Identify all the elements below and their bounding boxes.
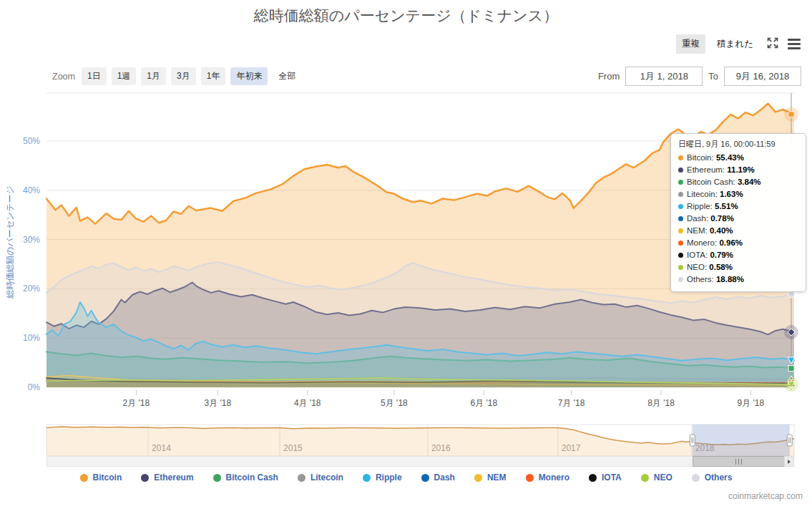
series-color-dot bbox=[678, 277, 683, 282]
tooltip-value: 0.79% bbox=[710, 251, 733, 259]
series-color-dot bbox=[678, 204, 683, 209]
series-color-dot bbox=[678, 180, 683, 185]
tooltip-row: Bitcoin: 55.43% bbox=[678, 152, 798, 164]
navigator-selection[interactable] bbox=[693, 425, 790, 456]
legend-item-ethereum[interactable]: Ethereum bbox=[141, 472, 193, 483]
legend-item-bitcoin[interactable]: Bitcoin bbox=[80, 472, 122, 483]
series-color-dot bbox=[678, 216, 683, 221]
scrollbar-track[interactable] bbox=[47, 456, 794, 467]
y-tick-label: 50% bbox=[23, 136, 40, 146]
legend-dot bbox=[363, 474, 371, 482]
series-color-dot bbox=[678, 253, 683, 258]
tooltip-row: Ripple: 5.51% bbox=[678, 200, 798, 213]
tooltip-value: 3.84% bbox=[738, 178, 761, 186]
x-tick-label: 7月 '18 bbox=[558, 398, 585, 408]
tooltip-rows: Bitcoin: 55.43%Ethereum: 11.19%Bitcoin C… bbox=[678, 152, 798, 286]
legend-dot bbox=[213, 474, 221, 482]
legend-label: Monero bbox=[539, 472, 569, 483]
series-color-dot bbox=[678, 192, 683, 197]
tooltip-value: 11.19% bbox=[727, 165, 754, 174]
legend-label: Litecoin bbox=[310, 472, 343, 483]
legend-dot bbox=[298, 474, 305, 482]
y-tick-label: 10% bbox=[23, 333, 40, 343]
x-tick-label: 5月 '18 bbox=[381, 398, 408, 408]
legend-dot bbox=[526, 474, 534, 482]
legend-label: IOTA bbox=[602, 472, 622, 483]
legend-item-ripple[interactable]: Ripple bbox=[363, 472, 402, 483]
navigator-handle-right[interactable] bbox=[787, 435, 792, 446]
series-color-dot bbox=[678, 155, 683, 160]
tooltip-value: 0.96% bbox=[719, 238, 743, 247]
legend-item-bitcoin-cash[interactable]: Bitcoin Cash bbox=[213, 472, 278, 483]
y-tick-label: 20% bbox=[23, 283, 40, 294]
legend-item-neo[interactable]: NEO bbox=[641, 472, 672, 483]
navigator-handle-left[interactable] bbox=[690, 435, 695, 446]
x-tick-label: 8月 '18 bbox=[647, 398, 675, 408]
x-tick-label: 6月 '18 bbox=[470, 398, 497, 408]
series-color-dot bbox=[678, 265, 683, 270]
legend-label: Ethereum bbox=[154, 472, 193, 483]
chart-tooltip: 日曜日, 9月 16, 00:00-11:59 Bitcoin: 55.43%E… bbox=[670, 133, 806, 292]
tooltip-row: Bitcoin Cash: 3.84% bbox=[678, 176, 798, 188]
y-tick-label: 40% bbox=[23, 185, 40, 195]
legend-label: NEO bbox=[654, 472, 672, 483]
tooltip-value: 18.88% bbox=[716, 275, 744, 283]
series-color-dot bbox=[678, 228, 683, 233]
tooltip-value: 0.40% bbox=[710, 226, 733, 235]
legend-label: Others bbox=[705, 472, 733, 483]
legend-dot bbox=[641, 474, 649, 482]
tooltip-row: Others: 18.88% bbox=[678, 273, 798, 286]
tooltip-row: Dash: 0.78% bbox=[678, 213, 798, 225]
tooltip-value: 1.63% bbox=[720, 190, 743, 198]
legend-item-iota[interactable]: IOTA bbox=[589, 472, 622, 483]
legend-dot bbox=[141, 474, 149, 482]
x-tick-label: 4月 '18 bbox=[294, 398, 321, 408]
scrollbar-grip-icon bbox=[735, 459, 742, 465]
right-arrow-icon bbox=[788, 460, 791, 464]
series-marker bbox=[788, 366, 794, 372]
tooltip-value: 0.78% bbox=[710, 214, 734, 223]
x-tick-label: 9月 '18 bbox=[738, 398, 765, 408]
chart-legend: BitcoinEthereumBitcoin CashLitecoinRippl… bbox=[0, 472, 812, 483]
legend-dot bbox=[589, 474, 597, 482]
legend-dot bbox=[692, 474, 700, 482]
tooltip-value: 55.43% bbox=[716, 153, 744, 162]
legend-item-others[interactable]: Others bbox=[692, 472, 733, 483]
watermark: coinmarketcap.com bbox=[728, 491, 803, 501]
tooltip-date: 日曜日, 9月 16, 00:00-11:59 bbox=[678, 139, 798, 150]
tooltip-row: Ethereum: 11.19% bbox=[678, 164, 798, 176]
legend-item-dash[interactable]: Dash bbox=[421, 472, 455, 483]
tooltip-row: Litecoin: 1.63% bbox=[678, 188, 798, 200]
x-tick-label: 3月 '18 bbox=[204, 398, 231, 408]
scrollbar-right-arrow[interactable] bbox=[784, 456, 794, 467]
scrollbar-thumb[interactable] bbox=[693, 456, 785, 467]
legend-label: NEM bbox=[487, 472, 507, 483]
series-color-dot bbox=[678, 168, 683, 173]
tooltip-value: 0.58% bbox=[709, 263, 733, 271]
tooltip-row: IOTA: 0.79% bbox=[678, 249, 798, 261]
dominance-chart-page: 総時価総額のパーセンテージ（ドミナンス） 重複 積まれた Zoom 1日 1週 … bbox=[0, 0, 812, 509]
legend-label: Dash bbox=[434, 472, 455, 483]
tooltip-row: NEM: 0.40% bbox=[678, 225, 798, 237]
legend-label: Ripple bbox=[376, 472, 402, 483]
series-color-dot bbox=[678, 241, 683, 246]
legend-label: Bitcoin Cash bbox=[226, 472, 278, 483]
legend-item-monero[interactable]: Monero bbox=[526, 472, 569, 483]
legend-label: Bitcoin bbox=[93, 472, 122, 483]
legend-dot bbox=[421, 474, 429, 482]
y-tick-label: 30% bbox=[23, 235, 40, 245]
legend-dot bbox=[474, 474, 482, 482]
tooltip-row: NEO: 0.58% bbox=[678, 261, 798, 273]
y-tick-label: 0% bbox=[28, 382, 41, 392]
tooltip-value: 5.51% bbox=[715, 202, 738, 210]
x-tick-label: 2月 '18 bbox=[123, 398, 150, 408]
tooltip-row: Monero: 0.96% bbox=[678, 237, 798, 249]
series-marker bbox=[788, 111, 795, 117]
legend-dot bbox=[80, 474, 88, 482]
legend-item-litecoin[interactable]: Litecoin bbox=[298, 472, 343, 483]
legend-item-nem[interactable]: NEM bbox=[474, 472, 507, 483]
